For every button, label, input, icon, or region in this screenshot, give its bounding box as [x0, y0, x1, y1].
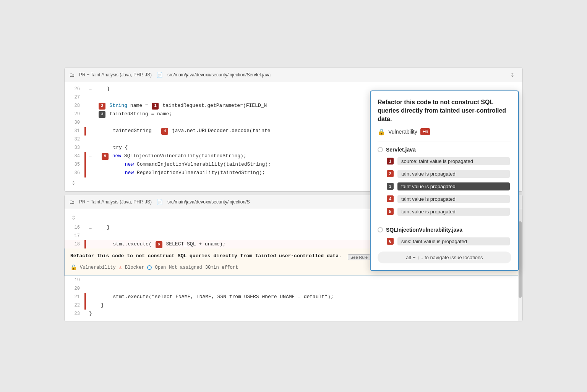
file-path-bottom: src/main/java/devoxx/security/injection/…: [167, 199, 250, 205]
line-marker-32: [84, 136, 86, 144]
line-marker-36: [84, 169, 86, 177]
taint-badge-2: 2: [99, 103, 105, 110]
step-badge-4: 4: [387, 195, 394, 202]
step-badge-1: 1: [387, 158, 394, 165]
sql-file-header: SQLInjectionVulnerability.java: [378, 227, 511, 233]
popup-vulnerability: 🔒 Vulnerability +6: [378, 128, 511, 136]
lock-icon: 🔒: [70, 263, 77, 272]
file-icon-bottom: 🗂: [69, 199, 75, 205]
taint-step-4[interactable]: 4 taint value is propagated: [378, 194, 511, 205]
popup-title: Refactor this code to not construct SQL …: [378, 98, 511, 124]
line-num-23: 23: [68, 310, 80, 318]
ellipsis-16: …: [89, 224, 92, 231]
servlet-section: Servlet.java 1 source: taint value is pr…: [378, 147, 511, 217]
ellipsis-26: …: [89, 85, 92, 93]
issue-banner-title: Refactor this code to not construct SQL …: [70, 252, 342, 260]
step-badge-3: 3: [387, 183, 394, 190]
editor-header-left-bottom: 🗂 PR + Taint Analysis (Java, PHP, JS) 📄 …: [69, 199, 250, 205]
popup-divider-2: [378, 222, 511, 222]
tab-label-top: PR + Taint Analysis (Java, PHP, JS): [79, 72, 152, 77]
issue-banner-status: Open: [155, 264, 166, 271]
lock-icon-popup: 🔒: [378, 128, 385, 136]
line-num-35: 35: [68, 161, 80, 168]
line-marker-28: [84, 102, 86, 110]
line-num-30: 30: [68, 119, 80, 126]
main-container: 🗂 PR + Taint Analysis (Java, PHP, JS) 📄 …: [64, 68, 523, 325]
tab-label-bottom: PR + Taint Analysis (Java, PHP, JS): [79, 199, 152, 205]
step-badge-2: 2: [387, 170, 394, 177]
line-content-23: }: [89, 310, 522, 318]
blocker-icon: ⚠: [119, 263, 122, 272]
line-num-16: 16: [68, 224, 80, 231]
line-marker-29: [84, 110, 86, 119]
line-num-26: 26: [68, 85, 80, 93]
code-line-21: 21 stmt.execute("select FNAME, LNAME, SS…: [65, 293, 522, 301]
file-icon-top: 🗂: [69, 72, 75, 78]
code-line-20: 20: [65, 284, 522, 293]
editor-header-top: 🗂 PR + Taint Analysis (Java, PHP, JS) 📄 …: [65, 68, 522, 82]
taint-step-2[interactable]: 2 taint value is propagated: [378, 168, 511, 179]
step-text-4: taint value is propagated: [397, 195, 510, 203]
status-circle: [147, 265, 152, 270]
expand-icon-top[interactable]: ⇕: [507, 70, 518, 79]
line-marker-17: [84, 232, 86, 240]
issue-banner-assigned: Not assigned: [169, 264, 202, 271]
line-num-21: 21: [68, 294, 80, 301]
line-marker-33: [84, 144, 86, 152]
line-marker-19: [84, 276, 86, 284]
scrollbar-thumb[interactable]: [519, 221, 522, 298]
line-num-36: 36: [68, 169, 80, 177]
line-num-17: 17: [68, 232, 80, 240]
vulnerability-badge: +6: [420, 128, 430, 135]
line-num-19: 19: [68, 277, 80, 284]
line-content-21: stmt.execute("select FNAME, LNAME, SSN f…: [89, 293, 522, 301]
file-path-top: src/main/java/devoxx/security/injection/…: [167, 72, 271, 77]
editor-header-left-top: 🗂 PR + Taint Analysis (Java, PHP, JS) 📄 …: [69, 72, 271, 78]
issue-banner-type: Vulnerability: [80, 264, 116, 271]
sql-circle: [378, 227, 383, 232]
taint-step-6[interactable]: 6 sink: taint value is propagated: [378, 236, 511, 247]
sql-file-name: SQLInjectionVulnerability.java: [386, 227, 462, 233]
taint-badge-6-code: 6: [156, 241, 162, 248]
line-num-34: 34: [68, 153, 80, 160]
line-num-32: 32: [68, 136, 80, 143]
taint-badge-1: 1: [152, 103, 159, 110]
line-marker-31: [84, 127, 86, 136]
file-icon2-top: 📄: [156, 72, 163, 78]
vulnerability-label: Vulnerability: [388, 129, 417, 135]
taint-step-3[interactable]: 3 taint value is propagated: [378, 181, 511, 192]
issue-banner-effort: 30min effort: [205, 264, 238, 271]
step-text-5: taint value is propagated: [397, 208, 510, 216]
line-num-20: 20: [68, 285, 80, 292]
see-rule-button[interactable]: See Rule: [348, 254, 370, 260]
taint-step-5[interactable]: 5 taint value is propagated: [378, 206, 511, 217]
line-marker-18: [84, 240, 86, 248]
line-content-22: }: [89, 302, 522, 310]
step-badge-6: 6: [387, 238, 394, 245]
file-icon2-bottom: 📄: [156, 199, 163, 205]
line-marker-26: [84, 85, 86, 94]
servlet-file-header: Servlet.java: [378, 147, 511, 153]
taint-badge-3: 3: [99, 111, 105, 118]
popup-divider-1: [378, 142, 511, 142]
line-num-29: 29: [68, 111, 80, 118]
code-line-19: 19: [65, 276, 522, 284]
code-line-22: 22 }: [65, 301, 522, 310]
taint-step-1[interactable]: 1 source: taint value is propagated: [378, 156, 511, 167]
line-num-33: 33: [68, 144, 80, 152]
step-text-3: taint value is propagated: [397, 182, 510, 190]
expand-dots-top: ⇕: [68, 177, 76, 189]
line-marker-30: [84, 119, 86, 127]
taint-popup: Refactor this code to not construct SQL …: [370, 90, 519, 271]
nav-hint: alt + ↑ ↓ to navigate issue locations: [378, 252, 511, 263]
line-marker-20: [84, 284, 86, 293]
line-marker-23: [84, 310, 86, 318]
expand-dots-bottom: ⇕: [68, 212, 76, 223]
line-marker-34: [84, 152, 86, 161]
line-marker-22: [84, 301, 86, 310]
line-num-27: 27: [68, 94, 80, 101]
taint-badge-5: 5: [102, 153, 109, 160]
line-num-28: 28: [68, 102, 80, 110]
line-marker-21: [84, 293, 86, 301]
issue-banner-severity: Blocker: [125, 264, 144, 271]
